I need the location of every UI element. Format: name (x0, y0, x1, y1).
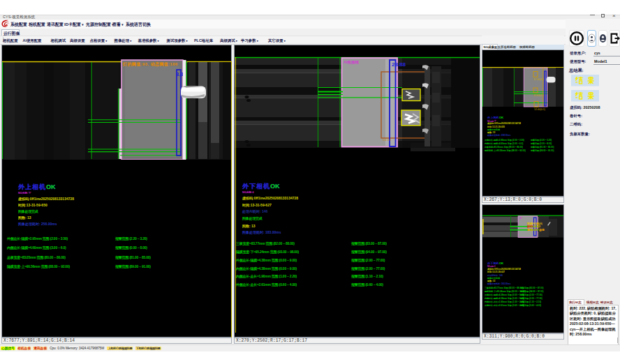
svg-text:12.40(0.1): 12.40(0.1) (534, 108, 545, 111)
svg-text:5.6 0.9: 5.6 0.9 (383, 138, 392, 142)
svg-text:AI检测框: AI检测框 (344, 60, 360, 65)
svg-text:23.88: 23.88 (392, 61, 406, 68)
svg-text:灯的阈值:93, 动态阈值:100: 灯的阈值:93, 动态阈值:100 (122, 61, 178, 67)
svg-text:AI: AI (519, 217, 522, 220)
